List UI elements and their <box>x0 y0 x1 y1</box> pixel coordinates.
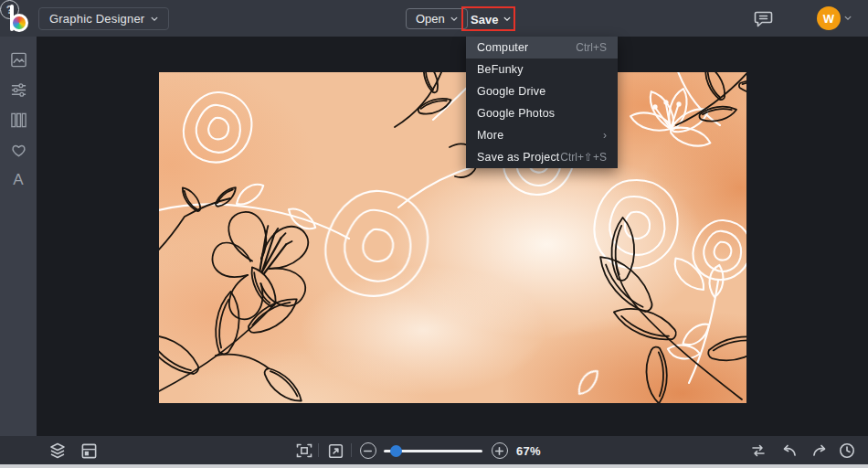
menu-item-save-as-project[interactable]: Save as Project Ctrl+⇧+S <box>466 146 618 168</box>
menu-item-google-drive[interactable]: Google Drive <box>466 80 618 102</box>
zoom-in-button[interactable] <box>492 442 508 459</box>
chevron-down-icon <box>503 16 511 23</box>
layers-icon[interactable] <box>48 441 69 461</box>
save-dropdown-menu: Computer Ctrl+S BeFunky Google Drive Goo… <box>466 37 618 168</box>
feedback-chat-icon[interactable] <box>754 10 774 28</box>
sidebar-item-adjustments[interactable] <box>9 80 27 99</box>
menu-item-more[interactable]: More › <box>466 124 618 146</box>
divider <box>318 443 319 457</box>
open-button-label: Open <box>416 12 445 26</box>
save-button-label: Save <box>471 13 498 27</box>
save-button[interactable]: Save <box>467 10 514 28</box>
left-sidebar: A <box>0 37 37 436</box>
top-toolbar: Graphic Designer Open Save ? <box>0 0 868 37</box>
redo-icon[interactable] <box>810 441 831 461</box>
shortcut-label: Ctrl+S <box>576 41 607 54</box>
sidebar-item-favorites[interactable] <box>9 141 27 159</box>
user-avatar[interactable]: W <box>817 6 841 30</box>
fit-to-screen-icon[interactable] <box>295 441 315 461</box>
befunky-logo-icon[interactable] <box>10 5 34 32</box>
sidebar-item-text[interactable]: A <box>9 171 27 189</box>
workspace <box>37 37 868 436</box>
mode-selector-dropdown[interactable]: Graphic Designer <box>38 7 169 30</box>
zoom-out-button[interactable] <box>360 442 376 459</box>
account-chevron-down-icon[interactable] <box>844 15 852 22</box>
template-manager-icon[interactable] <box>80 441 101 461</box>
zoom-slider-handle[interactable] <box>390 445 402 457</box>
sliders-icon <box>10 81 27 99</box>
mode-selector-label: Graphic Designer <box>49 12 144 26</box>
open-button[interactable]: Open <box>406 8 468 29</box>
menu-item-computer[interactable]: Computer Ctrl+S <box>466 37 618 58</box>
columns-icon <box>10 112 27 129</box>
chevron-down-icon <box>151 16 158 23</box>
undo-icon[interactable] <box>780 441 800 461</box>
sidebar-item-images[interactable] <box>9 50 27 69</box>
design-canvas[interactable] <box>159 72 746 403</box>
history-icon[interactable] <box>838 441 858 461</box>
heart-icon <box>10 142 27 159</box>
text-icon: A <box>13 171 23 189</box>
sidebar-item-layouts[interactable] <box>9 111 27 129</box>
divider <box>351 443 352 457</box>
compare-before-after-icon[interactable] <box>749 441 769 461</box>
zoom-level-label: 67% <box>516 444 541 458</box>
submenu-arrow-icon: › <box>603 129 607 142</box>
floral-artwork <box>159 72 746 403</box>
chevron-down-icon <box>450 16 458 23</box>
page-bottom-strip <box>0 464 868 468</box>
user-initial: W <box>823 12 834 26</box>
shortcut-label: Ctrl+⇧+S <box>560 151 607 164</box>
image-icon <box>10 51 27 69</box>
fullscreen-preview-icon[interactable] <box>327 441 347 461</box>
bottom-toolbar: 67% <box>0 436 868 464</box>
menu-item-befunky[interactable]: BeFunky <box>466 58 618 80</box>
befunky-graphic-designer-app: Graphic Designer Open Save ? <box>0 0 868 468</box>
menu-item-google-photos[interactable]: Google Photos <box>466 102 618 124</box>
zoom-slider[interactable] <box>384 450 482 452</box>
